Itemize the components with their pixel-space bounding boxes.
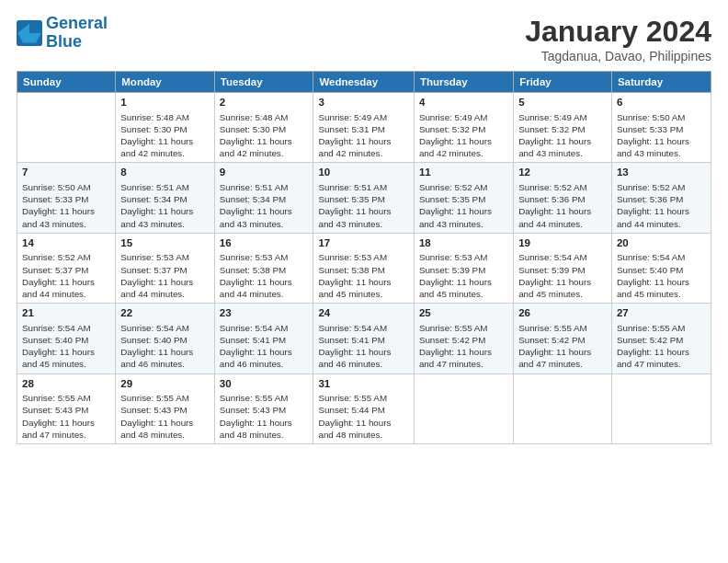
table-cell: 15Sunrise: 5:53 AM Sunset: 5:37 PM Dayli… — [116, 233, 214, 303]
day-number: 16 — [220, 236, 309, 251]
day-info: Sunrise: 5:53 AM Sunset: 5:38 PM Dayligh… — [220, 251, 309, 300]
table-cell: 23Sunrise: 5:54 AM Sunset: 5:41 PM Dayli… — [214, 304, 313, 373]
day-number: 25 — [419, 306, 508, 321]
day-info: Sunrise: 5:55 AM Sunset: 5:43 PM Dayligh… — [220, 392, 309, 441]
day-number: 22 — [120, 306, 209, 321]
day-number: 2 — [220, 96, 309, 110]
day-number: 28 — [22, 377, 110, 392]
table-cell: 6Sunrise: 5:50 AM Sunset: 5:33 PM Daylig… — [611, 93, 711, 163]
table-cell: 4Sunrise: 5:49 AM Sunset: 5:32 PM Daylig… — [414, 93, 513, 163]
table-cell: 20Sunrise: 5:54 AM Sunset: 5:40 PM Dayli… — [611, 233, 711, 303]
table-row: 28Sunrise: 5:55 AM Sunset: 5:43 PM Dayli… — [17, 373, 711, 443]
day-info: Sunrise: 5:53 AM Sunset: 5:38 PM Dayligh… — [318, 251, 408, 300]
day-info: Sunrise: 5:55 AM Sunset: 5:43 PM Dayligh… — [22, 392, 110, 441]
day-number: 13 — [617, 166, 706, 180]
table-cell: 28Sunrise: 5:55 AM Sunset: 5:43 PM Dayli… — [17, 373, 116, 443]
header-row: Sunday Monday Tuesday Wednesday Thursday… — [17, 72, 711, 93]
day-number: 17 — [318, 236, 408, 251]
table-cell: 11Sunrise: 5:52 AM Sunset: 5:35 PM Dayli… — [414, 163, 513, 233]
day-info: Sunrise: 5:50 AM Sunset: 5:33 PM Dayligh… — [617, 111, 706, 160]
day-info: Sunrise: 5:52 AM Sunset: 5:37 PM Dayligh… — [22, 251, 110, 300]
day-info: Sunrise: 5:49 AM Sunset: 5:32 PM Dayligh… — [419, 111, 508, 160]
day-number: 21 — [22, 306, 110, 321]
table-cell: 5Sunrise: 5:49 AM Sunset: 5:32 PM Daylig… — [514, 93, 612, 163]
day-number: 20 — [617, 236, 706, 251]
logo-icon — [17, 20, 42, 46]
logo: General Blue — [17, 15, 108, 52]
header: General Blue January 2024 Tagdanua, Dava… — [17, 15, 711, 63]
day-number: 5 — [518, 96, 607, 110]
day-info: Sunrise: 5:54 AM Sunset: 5:41 PM Dayligh… — [318, 322, 408, 371]
col-friday: Friday — [514, 72, 612, 93]
logo-text: General Blue — [46, 15, 108, 52]
month-title: January 2024 — [525, 15, 711, 49]
day-info: Sunrise: 5:50 AM Sunset: 5:33 PM Dayligh… — [22, 181, 110, 230]
table-cell: 9Sunrise: 5:51 AM Sunset: 5:34 PM Daylig… — [214, 163, 313, 233]
col-wednesday: Wednesday — [313, 72, 414, 93]
day-number: 29 — [120, 377, 209, 392]
table-cell: 10Sunrise: 5:51 AM Sunset: 5:35 PM Dayli… — [313, 163, 414, 233]
day-info: Sunrise: 5:52 AM Sunset: 5:36 PM Dayligh… — [518, 181, 607, 230]
day-info: Sunrise: 5:55 AM Sunset: 5:44 PM Dayligh… — [318, 392, 408, 441]
day-number: 19 — [518, 236, 607, 251]
day-number: 23 — [220, 306, 309, 321]
day-info: Sunrise: 5:51 AM Sunset: 5:34 PM Dayligh… — [220, 181, 309, 230]
table-cell: 7Sunrise: 5:50 AM Sunset: 5:33 PM Daylig… — [17, 163, 116, 233]
day-number: 7 — [22, 166, 110, 180]
table-cell: 12Sunrise: 5:52 AM Sunset: 5:36 PM Dayli… — [514, 163, 612, 233]
calendar-table: Sunday Monday Tuesday Wednesday Thursday… — [17, 71, 711, 444]
day-number: 4 — [419, 96, 508, 110]
table-cell: 24Sunrise: 5:54 AM Sunset: 5:41 PM Dayli… — [313, 304, 414, 373]
table-cell: 31Sunrise: 5:55 AM Sunset: 5:44 PM Dayli… — [313, 373, 414, 443]
day-info: Sunrise: 5:54 AM Sunset: 5:40 PM Dayligh… — [120, 322, 209, 371]
day-info: Sunrise: 5:48 AM Sunset: 5:30 PM Dayligh… — [220, 111, 309, 160]
day-number: 8 — [120, 166, 209, 180]
day-number: 11 — [419, 166, 508, 180]
day-number: 12 — [518, 166, 607, 180]
day-info: Sunrise: 5:51 AM Sunset: 5:35 PM Dayligh… — [318, 181, 408, 230]
day-info: Sunrise: 5:54 AM Sunset: 5:40 PM Dayligh… — [617, 251, 706, 300]
table-cell: 14Sunrise: 5:52 AM Sunset: 5:37 PM Dayli… — [17, 233, 116, 303]
day-info: Sunrise: 5:54 AM Sunset: 5:39 PM Dayligh… — [518, 251, 607, 300]
table-cell: 27Sunrise: 5:55 AM Sunset: 5:42 PM Dayli… — [611, 304, 711, 373]
day-info: Sunrise: 5:54 AM Sunset: 5:40 PM Dayligh… — [22, 322, 110, 371]
day-info: Sunrise: 5:49 AM Sunset: 5:32 PM Dayligh… — [518, 111, 607, 160]
day-info: Sunrise: 5:53 AM Sunset: 5:37 PM Dayligh… — [120, 251, 209, 300]
table-cell — [17, 93, 116, 163]
day-info: Sunrise: 5:52 AM Sunset: 5:36 PM Dayligh… — [617, 181, 706, 230]
table-row: 21Sunrise: 5:54 AM Sunset: 5:40 PM Dayli… — [17, 304, 711, 373]
day-number: 10 — [318, 166, 408, 180]
table-cell: 26Sunrise: 5:55 AM Sunset: 5:42 PM Dayli… — [514, 304, 612, 373]
title-block: January 2024 Tagdanua, Davao, Philippine… — [525, 15, 711, 63]
day-number: 15 — [120, 236, 209, 251]
page: General Blue January 2024 Tagdanua, Dava… — [0, 0, 728, 563]
table-cell: 1Sunrise: 5:48 AM Sunset: 5:30 PM Daylig… — [116, 93, 214, 163]
table-cell: 19Sunrise: 5:54 AM Sunset: 5:39 PM Dayli… — [514, 233, 612, 303]
day-info: Sunrise: 5:49 AM Sunset: 5:31 PM Dayligh… — [318, 111, 408, 160]
table-cell — [414, 373, 513, 443]
day-info: Sunrise: 5:55 AM Sunset: 5:43 PM Dayligh… — [120, 392, 209, 441]
table-row: 7Sunrise: 5:50 AM Sunset: 5:33 PM Daylig… — [17, 163, 711, 233]
table-cell: 3Sunrise: 5:49 AM Sunset: 5:31 PM Daylig… — [313, 93, 414, 163]
day-number: 6 — [617, 96, 706, 110]
day-info: Sunrise: 5:55 AM Sunset: 5:42 PM Dayligh… — [617, 322, 706, 371]
day-number: 27 — [617, 306, 706, 321]
table-cell: 25Sunrise: 5:55 AM Sunset: 5:42 PM Dayli… — [414, 304, 513, 373]
col-thursday: Thursday — [414, 72, 513, 93]
table-cell: 17Sunrise: 5:53 AM Sunset: 5:38 PM Dayli… — [313, 233, 414, 303]
day-number: 9 — [220, 166, 309, 180]
day-info: Sunrise: 5:54 AM Sunset: 5:41 PM Dayligh… — [220, 322, 309, 371]
day-info: Sunrise: 5:51 AM Sunset: 5:34 PM Dayligh… — [120, 181, 209, 230]
col-monday: Monday — [116, 72, 214, 93]
day-info: Sunrise: 5:48 AM Sunset: 5:30 PM Dayligh… — [120, 111, 209, 160]
day-number: 14 — [22, 236, 110, 251]
day-number: 18 — [419, 236, 508, 251]
day-info: Sunrise: 5:55 AM Sunset: 5:42 PM Dayligh… — [518, 322, 607, 371]
table-cell: 30Sunrise: 5:55 AM Sunset: 5:43 PM Dayli… — [214, 373, 313, 443]
day-info: Sunrise: 5:53 AM Sunset: 5:39 PM Dayligh… — [419, 251, 508, 300]
day-info: Sunrise: 5:52 AM Sunset: 5:35 PM Dayligh… — [419, 181, 508, 230]
day-number: 31 — [318, 377, 408, 392]
table-cell: 18Sunrise: 5:53 AM Sunset: 5:39 PM Dayli… — [414, 233, 513, 303]
day-number: 26 — [518, 306, 607, 321]
table-cell — [611, 373, 711, 443]
